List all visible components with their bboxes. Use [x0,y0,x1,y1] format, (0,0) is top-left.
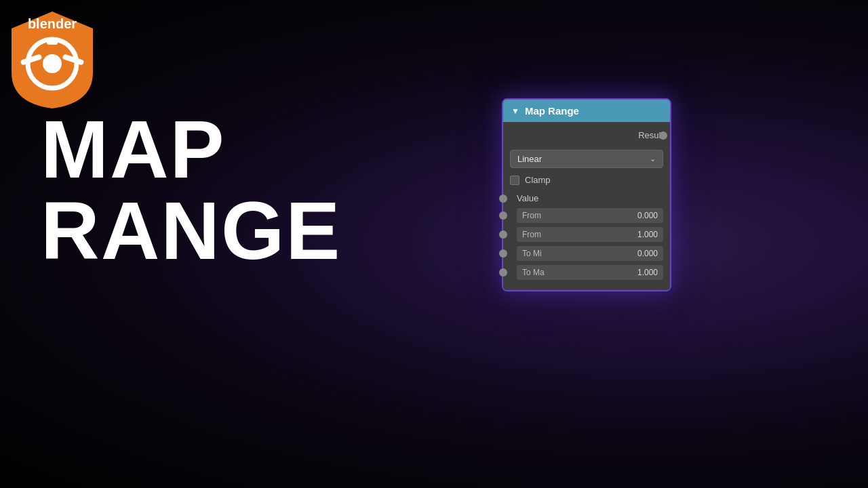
node-collapse-arrow[interactable]: ▼ [511,106,519,116]
to-max-value: 1.000 [637,268,658,277]
to-max-row: To Ma 1.000 [503,263,670,282]
svg-text:blender: blender [28,16,77,31]
to-min-label: To Mi [522,249,542,258]
dropdown-row: Linear ⌄ [503,146,670,172]
from-min-label: From [522,211,541,220]
to-min-value: 0.000 [637,249,658,258]
result-row-inner: Result [638,130,663,140]
value-socket[interactable] [499,195,507,203]
value-main-row: Value [503,190,670,206]
node-body: Result Linear ⌄ Clamp Value Fr [503,122,670,290]
from-max-socket[interactable] [499,230,507,239]
to-max-label: To Ma [522,268,545,277]
clamp-checkbox[interactable] [510,176,519,185]
to-max-field[interactable]: To Ma 1.000 [517,265,663,280]
blender-logo: blender [8,8,96,110]
from-min-row: From 0.000 [503,206,670,225]
from-min-socket[interactable] [499,211,507,220]
from-max-value: 1.000 [637,230,658,239]
title-line2: RANGE [41,190,341,271]
title-line1: MAP [41,108,341,190]
from-max-label: From [522,230,541,239]
clamp-row: Clamp [503,172,670,188]
main-title: MAP RANGE [41,108,341,271]
dropdown-value: Linear [517,154,542,164]
from-max-row: From 1.000 [503,225,670,244]
node-title: Map Range [525,105,579,117]
interpolation-dropdown[interactable]: Linear ⌄ [510,150,663,168]
value-main-label: Value [517,193,538,203]
from-max-field[interactable]: From 1.000 [517,227,663,242]
from-min-value: 0.000 [637,211,658,220]
to-min-row: To Mi 0.000 [503,244,670,263]
to-min-socket[interactable] [499,249,507,258]
from-min-field[interactable]: From 0.000 [517,208,663,223]
node-header: ▼ Map Range [503,100,670,122]
dropdown-arrow-icon: ⌄ [650,155,656,163]
svg-rect-2 [47,39,58,45]
result-row: Result [503,127,670,143]
to-max-socket[interactable] [499,268,507,277]
node-panel: ▼ Map Range Result Linear ⌄ Clamp [502,98,671,291]
to-min-field[interactable]: To Mi 0.000 [517,246,663,261]
clamp-label: Clamp [525,175,551,185]
svg-point-1 [43,54,62,73]
output-socket[interactable] [659,131,667,140]
